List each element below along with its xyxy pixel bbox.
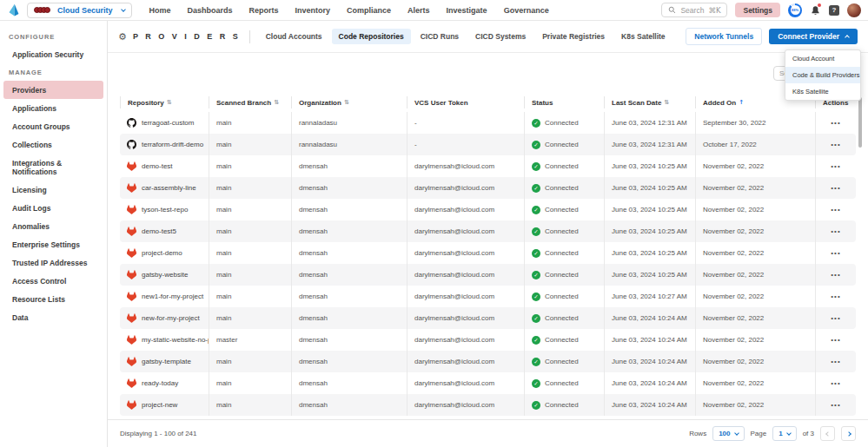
sidebar-item[interactable]: Collections	[0, 135, 107, 154]
table-row[interactable]: demo-test main dmensah darylmensah@iclou…	[120, 155, 856, 177]
tab[interactable]: K8s Satellite	[614, 29, 673, 44]
user-avatar[interactable]	[847, 3, 861, 17]
sidebar-item[interactable]: Anomalies	[0, 217, 107, 235]
nav-item[interactable]: Home	[149, 6, 171, 15]
page-select[interactable]: 1	[772, 426, 796, 441]
vertical-scrollbar[interactable]	[858, 97, 862, 148]
dropdown-item[interactable]: Cloud Account	[785, 50, 860, 67]
nav-item[interactable]: Investigate	[447, 6, 487, 15]
repository-cell[interactable]: terraform-drift-demo	[120, 134, 209, 155]
table-row[interactable]: new1-for-my-project main dmensah darylme…	[120, 286, 856, 307]
tab[interactable]: CICD Systems	[468, 29, 533, 44]
row-actions-button[interactable]: •••	[831, 206, 840, 214]
table-row[interactable]: terragoat-custom main rannaladasu - Conn…	[120, 112, 856, 134]
row-actions-button[interactable]: •••	[831, 358, 840, 365]
sidebar-item[interactable]: Resource Lists	[0, 290, 107, 308]
row-actions-button[interactable]: •••	[831, 162, 840, 170]
table-row[interactable]: new-for-my-project main dmensah darylmen…	[120, 307, 856, 329]
row-actions-button[interactable]: •••	[831, 314, 840, 322]
repository-cell[interactable]: terragoat-custom	[120, 112, 209, 134]
column-header[interactable]: Repository	[120, 96, 209, 108]
nav-item[interactable]: Inventory	[295, 6, 331, 15]
rows-per-page-select[interactable]: 100	[712, 426, 744, 441]
row-actions-button[interactable]: •••	[831, 227, 840, 235]
repository-cell[interactable]: gatsby-website	[120, 264, 209, 286]
help-icon[interactable]: ?	[829, 5, 839, 16]
row-actions-button[interactable]: •••	[831, 184, 840, 192]
tab[interactable]: Private Registries	[535, 29, 612, 44]
sort-icon[interactable]	[167, 99, 172, 106]
sidebar-item[interactable]: Data	[0, 308, 107, 326]
repository-cell[interactable]: gatsby-template	[120, 351, 209, 372]
table-row[interactable]: demo-test5 main dmensah darylmensah@iclo…	[120, 220, 856, 242]
sort-icon[interactable]	[739, 99, 744, 106]
row-actions-button[interactable]: •••	[831, 379, 840, 387]
nav-item[interactable]: Dashboards	[188, 6, 233, 15]
global-search[interactable]: Search ⌘K	[661, 3, 727, 17]
gear-icon[interactable]: ⚙	[118, 31, 127, 43]
tab[interactable]: CICD Runs	[414, 29, 466, 44]
column-header[interactable]: VCS User Token	[407, 96, 524, 108]
table-row[interactable]: ready-today main dmensah darylmensah@icl…	[120, 372, 856, 394]
row-actions-button[interactable]: •••	[831, 249, 840, 257]
usage-ring-badge[interactable]: 88%	[788, 3, 802, 17]
product-selector[interactable]: Cloud Security	[27, 3, 132, 18]
sidebar-item[interactable]: Application Security	[0, 45, 107, 63]
table-row[interactable]: my-static-website-no-pip... master dmens…	[120, 329, 856, 351]
row-actions-button[interactable]: •••	[831, 271, 840, 279]
row-actions-button[interactable]: •••	[831, 293, 840, 300]
sidebar-item[interactable]: Integrations & Notifications	[0, 154, 107, 181]
repository-cell[interactable]: car-assembly-line	[120, 177, 209, 199]
nav-item[interactable]: Alerts	[407, 6, 430, 15]
repository-cell[interactable]: demo-test	[120, 155, 209, 177]
repository-cell[interactable]: project-demo	[120, 242, 209, 264]
column-header[interactable]: Organization	[291, 96, 407, 108]
sidebar-item[interactable]: Account Groups	[0, 117, 107, 135]
table-row[interactable]: terraform-drift-demo main rannaladasu - …	[120, 134, 856, 155]
sort-icon[interactable]	[344, 99, 349, 106]
repository-cell[interactable]: tyson-test-repo	[120, 199, 209, 220]
network-tunnels-button[interactable]: Network Tunnels	[686, 28, 762, 45]
repository-cell[interactable]: ready-today	[120, 372, 209, 394]
settings-button[interactable]: Settings	[735, 3, 780, 17]
table-row[interactable]: gatsby-template main dmensah darylmensah…	[120, 351, 856, 372]
sidebar-item[interactable]: Access Control	[0, 272, 107, 290]
sort-icon[interactable]	[664, 99, 669, 106]
table-row[interactable]: gatsby-website main dmensah darylmensah@…	[120, 264, 856, 286]
repository-cell[interactable]: my-static-website-no-pip...	[120, 329, 209, 351]
sidebar-item[interactable]: Enterprise Settings	[0, 235, 107, 253]
row-actions-button[interactable]: •••	[831, 336, 840, 344]
column-header[interactable]: Last Scan Date	[604, 96, 695, 108]
notifications-button[interactable]	[810, 4, 821, 16]
sidebar-item[interactable]: Trusted IP Addresses	[0, 253, 107, 272]
sort-icon[interactable]	[274, 99, 279, 106]
tab[interactable]: Code Repositories	[332, 29, 411, 44]
sidebar-item[interactable]: Licensing	[0, 181, 107, 199]
repository-cell[interactable]: new-for-my-project	[120, 307, 209, 329]
repository-cell[interactable]: demo-test5	[120, 220, 209, 242]
nav-item[interactable]: Reports	[249, 6, 279, 15]
table-row[interactable]: car-assembly-line main dmensah darylmens…	[120, 177, 856, 199]
repository-cell[interactable]: project-new	[120, 394, 209, 416]
row-actions-button[interactable]: •••	[831, 119, 840, 127]
sidebar-item[interactable]: Applications	[0, 99, 107, 117]
tab[interactable]: Cloud Accounts	[259, 29, 329, 44]
row-actions-button[interactable]: •••	[831, 141, 840, 148]
connect-provider-button[interactable]: Connect Provider	[769, 29, 858, 44]
repository-cell[interactable]: new1-for-my-project	[120, 286, 209, 307]
table-row[interactable]: project-new main dmensah darylmensah@icl…	[120, 394, 856, 416]
column-header[interactable]: Status	[524, 96, 604, 108]
table-row[interactable]: tyson-test-repo main dmensah darylmensah…	[120, 199, 856, 220]
sidebar-item[interactable]: MANAGE	[0, 63, 107, 81]
nav-item[interactable]: Governance	[504, 6, 549, 15]
row-actions-button[interactable]: •••	[831, 401, 840, 409]
dropdown-item[interactable]: Code & Build Providers	[785, 67, 860, 83]
table-row[interactable]: project-demo main dmensah darylmensah@ic…	[120, 242, 856, 264]
next-page-button[interactable]	[841, 426, 856, 441]
sidebar-item[interactable]: CONFIGURE	[0, 28, 107, 45]
column-header[interactable]: Scanned Branch	[209, 96, 291, 108]
nav-item[interactable]: Compliance	[347, 6, 391, 15]
dropdown-item[interactable]: K8s Satellite	[785, 83, 860, 100]
previous-page-button[interactable]	[820, 426, 835, 441]
sidebar-item[interactable]: Providers	[3, 81, 103, 99]
